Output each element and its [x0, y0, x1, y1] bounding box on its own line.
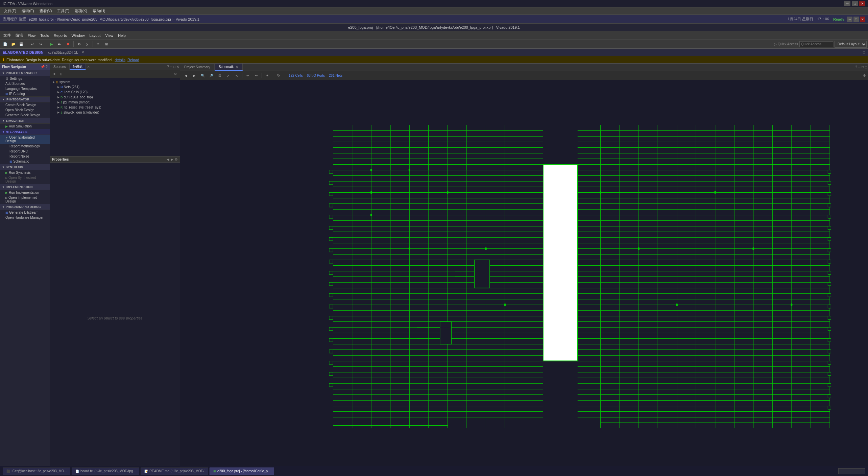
tab-sources[interactable]: Sources [50, 64, 70, 70]
tree-item-system[interactable]: ▶ ⊞ system [51, 79, 178, 85]
nav-item-open-synthesized[interactable]: ▶Open Synthesized Design [0, 175, 50, 184]
toolbar-edit[interactable]: 编辑 [14, 32, 25, 39]
app-close-btn[interactable]: ✕ [860, 17, 865, 22]
nav-item-add-sources[interactable]: Add Sources [0, 81, 50, 86]
more-btn[interactable]: ≡ [95, 41, 102, 48]
sch-collapse-btn[interactable]: ⤡ [233, 72, 240, 79]
menu-item-help[interactable]: 帮助(H) [90, 8, 108, 14]
reload-link[interactable]: Reload [127, 58, 139, 62]
sch-expand-btn[interactable]: ⤢ [224, 72, 232, 79]
toolbar-file[interactable]: 文件 [1, 32, 13, 39]
tab-project-summary[interactable]: Project Summary [180, 64, 215, 70]
schematic-view[interactable] [180, 80, 868, 473]
section-implementation-title[interactable]: ▼ IMPLEMENTATION [0, 184, 50, 190]
nav-item-report-methodology[interactable]: Report Methodology [0, 144, 50, 149]
save-btn[interactable]: 💾 [18, 41, 25, 48]
taskbar-search[interactable] [838, 468, 865, 474]
taskbar-item-vivado[interactable]: ⊞ e200_fpga.proj - [/home/ICer/ic_p... [210, 468, 274, 475]
toolbar-tools[interactable]: Tools [38, 33, 51, 38]
sch-refresh-btn[interactable]: ↻ [275, 72, 282, 79]
redo-btn[interactable]: ↪ [37, 41, 44, 48]
float-btn[interactable]: ⊡ [863, 50, 865, 54]
elab-close[interactable]: ✕ [81, 50, 84, 54]
menu-item-view[interactable]: 查看(V) [37, 8, 55, 14]
nav-item-run-synthesis[interactable]: ▶Run Synthesis [0, 170, 50, 175]
sch-minimize-btn[interactable]: ─ [858, 65, 861, 69]
collapse-all-btn[interactable]: ≡ [51, 71, 57, 77]
nav-item-open-hardware[interactable]: Open Hardware Manager [0, 215, 50, 220]
minimize-btn[interactable]: ─ [844, 1, 850, 6]
sch-redo-btn[interactable]: ↪ [252, 72, 260, 79]
tree-item-slowclk[interactable]: ▶ S slowclk_gen (clkdivider) [51, 110, 178, 115]
nav-pin-btn[interactable]: 📌 [41, 65, 45, 69]
sch-settings-btn[interactable]: ⚙ [863, 74, 866, 77]
sch-zoom-in-btn[interactable]: 🔍 [199, 72, 207, 79]
sch-help-btn[interactable]: ? [855, 65, 857, 69]
nav-item-report-noise[interactable]: Report Noise [0, 154, 50, 159]
toolbar-window[interactable]: Window [69, 33, 87, 38]
toolbar-reports[interactable]: Reports [52, 33, 69, 38]
nav-item-generate-block[interactable]: Generate Block Design [0, 113, 50, 118]
open-btn[interactable]: 📁 [9, 41, 17, 48]
app-maximize-btn[interactable]: □ [853, 17, 859, 22]
sources-help[interactable]: ? [167, 65, 169, 69]
nav-item-open-block[interactable]: Open Block Design [0, 108, 50, 113]
tab-netlist[interactable]: Netlist [70, 64, 86, 70]
stop-btn[interactable]: ⏹ [64, 41, 72, 48]
nav-item-run-simulation[interactable]: ▶Run Simulation [0, 124, 50, 129]
nav-help-btn[interactable]: ? [46, 65, 48, 69]
toolbar-view[interactable]: View [103, 33, 116, 38]
app-minimize-btn[interactable]: ─ [847, 17, 852, 22]
nav-item-language-templates[interactable]: Language Templates [0, 86, 50, 91]
sch-add-btn[interactable]: + [264, 72, 271, 79]
prop-settings-btn[interactable]: ⚙ [175, 158, 178, 161]
sch-fit-btn[interactable]: ⊡ [216, 72, 223, 79]
another-btn[interactable]: ⊞ [103, 41, 110, 48]
section-program-debug-title[interactable]: ▼ PROGRAM AND DEBUG [0, 204, 50, 210]
sch-back-btn[interactable]: ◀ [182, 72, 190, 79]
prop-forward-btn[interactable]: ▶ [171, 158, 173, 161]
menu-item-tools[interactable]: 工具(T) [54, 8, 72, 14]
toolbar-help[interactable]: Help [116, 33, 128, 38]
netlist-close[interactable]: ✕ [86, 65, 91, 69]
nav-item-ip-catalog[interactable]: ⊞IP Catalog [0, 91, 50, 96]
prop-back-btn[interactable]: ◀ [167, 158, 169, 161]
tree-item-nets[interactable]: ▶ N Nets (261) [51, 85, 178, 90]
new-file-btn[interactable]: 📄 [1, 41, 9, 48]
elaborate-btn[interactable]: ∑ [83, 41, 91, 48]
maximize-btn[interactable]: □ [852, 1, 858, 6]
run-btn[interactable]: ▶ [48, 41, 55, 48]
tree-item-leaf-cells[interactable]: ▶ C Leaf Cells (120) [51, 90, 178, 95]
close-btn[interactable]: ✕ [859, 1, 865, 6]
tab-schematic[interactable]: Schematic ✕ [215, 64, 243, 71]
section-simulation-title[interactable]: ▼ SIMULATION [0, 118, 50, 124]
taskbar-item-terminal[interactable]: ⬛ ICer@localhost:~/ic_prjs/e203_MO... [3, 468, 70, 475]
toolbar-flow[interactable]: Flow [26, 33, 38, 38]
menu-item-file[interactable]: 文件(F) [1, 8, 19, 14]
sch-maximize-btn[interactable]: □ [862, 65, 864, 69]
undo-btn[interactable]: ↩ [29, 41, 36, 48]
menu-item-edit[interactable]: 编辑(E) [19, 8, 37, 14]
section-project-manager-title[interactable]: ▼ PROJECT MANAGER [0, 70, 50, 76]
nav-item-open-implemented[interactable]: ▶Open Implemented Design [0, 195, 50, 204]
menu-item-options[interactable]: 选项(K) [72, 8, 90, 14]
step-btn[interactable]: ⏭ [56, 41, 64, 48]
tree-item-dut[interactable]: ▶ D dut (e203_soc_top) [51, 95, 178, 100]
sources-close[interactable]: ✕ [176, 65, 179, 69]
sch-undo-btn[interactable]: ↩ [244, 72, 251, 79]
schematic-tab-close[interactable]: ✕ [236, 65, 238, 69]
tree-item-jtg-mmon[interactable]: ▶ J jtg_mmon (mmon) [51, 100, 178, 105]
nav-item-open-elaborated[interactable]: ▼Open Elaborated Design [0, 135, 50, 144]
taskbar-item-board[interactable]: 📄 board.tcl (~//ic_prjs/e203_MOD/fpg... [72, 468, 139, 475]
sch-zoom-out-btn[interactable]: 🔎 [208, 72, 215, 79]
nav-item-create-block[interactable]: Create Block Design [0, 102, 50, 108]
nav-item-generate-bitstream[interactable]: ⊞Generate Bitstream [0, 210, 50, 215]
section-rtl-analysis-title[interactable]: ▼ RTL ANALYSIS [0, 129, 50, 135]
section-ip-integrator-title[interactable]: ▼ IP INTEGRATOR [0, 96, 50, 102]
toolbar-layout[interactable]: Layout [88, 33, 103, 38]
expand-all-btn[interactable]: ⊞ [58, 71, 64, 77]
compile-btn[interactable]: ⚙ [75, 41, 83, 48]
sch-forward-btn[interactable]: ▶ [191, 72, 198, 79]
search-input[interactable] [799, 41, 833, 47]
nav-item-settings[interactable]: ⚙ Settings [0, 76, 50, 81]
